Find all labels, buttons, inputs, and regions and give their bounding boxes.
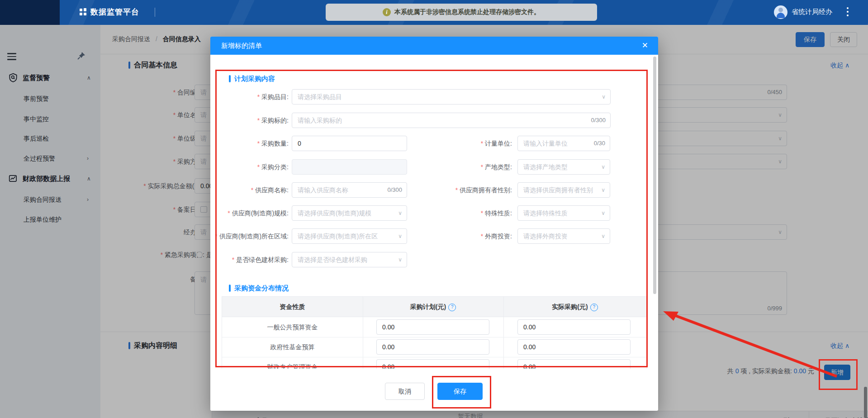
more-menu-icon[interactable] bbox=[847, 7, 849, 18]
annotation-arrow bbox=[651, 299, 850, 389]
avatar[interactable] bbox=[774, 5, 787, 19]
close-icon[interactable]: ✕ bbox=[642, 37, 648, 55]
security-banner: i 本系统属于非涉密信息系统禁止处理存储涉密文件。 bbox=[326, 4, 597, 21]
avatar-head bbox=[778, 8, 783, 12]
security-banner-text: 本系统属于非涉密信息系统禁止处理存储涉密文件。 bbox=[394, 8, 540, 16]
avatar-body bbox=[777, 13, 785, 18]
info-icon: i bbox=[383, 8, 391, 16]
app-logo-icon bbox=[80, 8, 87, 16]
modal-title: 新增标的清单 bbox=[221, 37, 262, 55]
app-header: 数据监管平台 i 本系统属于非涉密信息系统禁止处理存储涉密文件。 省统计局经办 bbox=[0, 0, 868, 25]
user-name: 省统计局经办 bbox=[792, 8, 832, 16]
screen: 数据监管平台 i 本系统属于非涉密信息系统禁止处理存储涉密文件。 省统计局经办 … bbox=[0, 0, 868, 418]
modal-cancel-button[interactable]: 取消 bbox=[385, 383, 425, 400]
modal-scrollbar-thumb[interactable] bbox=[653, 57, 656, 294]
annotation-rect-modal-content bbox=[215, 70, 648, 367]
modal-header: 新增标的清单 ✕ bbox=[210, 37, 658, 55]
header-left-dark-band bbox=[0, 0, 60, 25]
header-separator bbox=[155, 8, 155, 17]
app-title: 数据监管平台 bbox=[90, 7, 139, 18]
annotation-rect-save-button bbox=[432, 376, 491, 408]
